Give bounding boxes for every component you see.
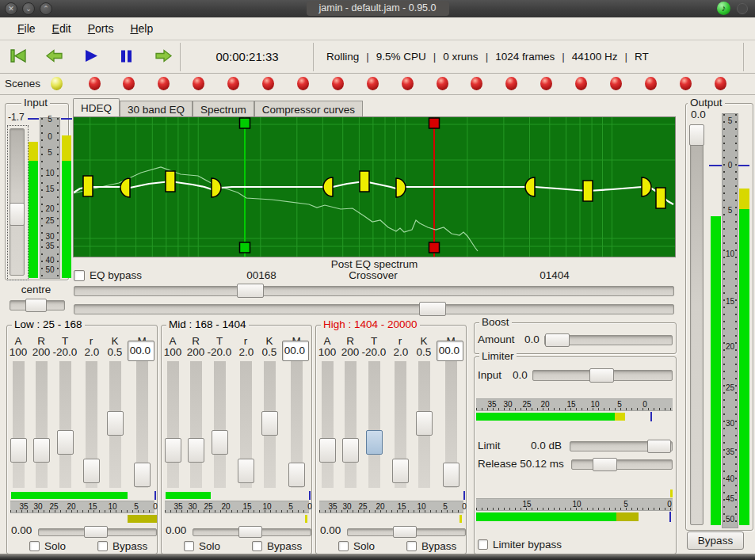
limiter-bypass-checkbox[interactable] — [478, 539, 488, 550]
band-slider-handle-K[interactable] — [261, 411, 278, 436]
band-slider-handle-r[interactable] — [83, 459, 100, 483]
scene-lamp[interactable] — [645, 77, 657, 90]
eq-band-handle[interactable] — [166, 171, 175, 192]
tab-compressor-curves[interactable]: Compressor curves — [254, 101, 363, 117]
crossover1-top-handle[interactable] — [240, 118, 250, 128]
eq-band-handle[interactable] — [83, 176, 93, 196]
eq-band-handle[interactable] — [583, 181, 593, 201]
hdeq-graph[interactable] — [73, 116, 676, 257]
band-slider-handle-K[interactable] — [416, 411, 433, 436]
band-slider-T[interactable] — [59, 361, 71, 488]
band-slider-R[interactable] — [190, 361, 202, 488]
makeup-gain-entry[interactable]: 00.0 — [282, 341, 309, 361]
scene-lamp[interactable] — [297, 77, 309, 90]
limiter-input-slider-handle[interactable] — [589, 368, 614, 383]
pause-button[interactable] — [117, 48, 136, 67]
scene-lamp[interactable] — [610, 77, 622, 90]
menu-ports[interactable]: Ports — [82, 20, 120, 37]
band-solo-checkbox[interactable] — [338, 541, 349, 551]
band-slider-handle-M[interactable] — [134, 463, 151, 487]
band-slider-R[interactable] — [36, 361, 48, 488]
band-slider-T[interactable] — [214, 361, 226, 488]
band-slider-handle-R[interactable] — [188, 438, 204, 463]
menu-edit[interactable]: Edit — [46, 20, 78, 37]
tab-hdeq[interactable]: HDEQ — [73, 98, 120, 117]
band-slider-handle-T[interactable] — [212, 430, 228, 455]
scene-lamp[interactable] — [367, 77, 379, 90]
scene-lamp[interactable] — [437, 77, 448, 90]
crossover2-top-handle[interactable] — [429, 118, 440, 128]
skip-to-start-button[interactable] — [9, 48, 28, 67]
band-slider-handle-K[interactable] — [107, 411, 124, 436]
scene-lamp[interactable] — [680, 77, 692, 90]
scene-lamp[interactable] — [89, 77, 101, 90]
band-slider-handle-M[interactable] — [288, 463, 305, 487]
band-bypass-checkbox[interactable] — [252, 541, 262, 551]
forward-button[interactable] — [154, 48, 173, 67]
band-solo-checkbox[interactable] — [184, 541, 194, 551]
band-slider-handle-r[interactable] — [238, 459, 254, 483]
band-slider-A[interactable] — [167, 361, 179, 488]
band-gain-slider-handle[interactable] — [238, 526, 262, 538]
band-slider-handle-A[interactable] — [319, 438, 336, 463]
scene-lamp[interactable] — [402, 77, 414, 90]
scene-lamp[interactable] — [540, 77, 552, 90]
eq-band-edge-handle[interactable] — [525, 177, 535, 196]
band-slider-handle-R[interactable] — [33, 438, 50, 463]
band-slider-handle-T[interactable] — [57, 430, 74, 455]
output-gain-fader-handle[interactable] — [689, 124, 704, 146]
limit-slider-handle[interactable] — [647, 440, 671, 453]
scene-lamp[interactable] — [193, 77, 204, 90]
close-window-icon[interactable]: ✕ — [5, 2, 17, 15]
shade-window-icon[interactable]: ⌄ — [22, 2, 35, 15]
band-slider-T[interactable] — [368, 361, 380, 488]
menu-file[interactable]: File — [11, 20, 42, 37]
release-slider[interactable] — [571, 459, 673, 470]
scene-lamp[interactable] — [262, 77, 274, 90]
band-slider-handle-A[interactable] — [165, 438, 181, 463]
input-gain-fader-handle[interactable] — [10, 203, 25, 226]
scene-lamp[interactable] — [227, 77, 239, 90]
maximize-window-icon[interactable]: ⌃ — [40, 2, 52, 15]
rewind-button[interactable] — [45, 48, 64, 67]
makeup-gain-entry[interactable]: 00.0 — [128, 341, 154, 361]
band-slider-R[interactable] — [345, 361, 357, 488]
band-solo-checkbox[interactable] — [29, 541, 40, 551]
eq-band-handle[interactable] — [360, 171, 369, 192]
crossover1-bottom-handle[interactable] — [240, 242, 250, 253]
output-gain-fader[interactable] — [690, 125, 704, 525]
eq-bypass-checkbox[interactable] — [74, 270, 85, 281]
release-slider-handle[interactable] — [593, 458, 617, 471]
eq-band-handle[interactable] — [656, 188, 665, 208]
scene-lamp[interactable] — [715, 77, 726, 90]
tab-spectrum[interactable]: Spectrum — [193, 101, 254, 117]
band-slider-handle-T[interactable] — [366, 430, 383, 455]
scene-lamp[interactable] — [575, 77, 587, 90]
output-bypass-button[interactable]: Bypass — [687, 531, 744, 550]
crossover1-slider[interactable] — [74, 286, 674, 296]
band-gain-slider-handle[interactable] — [393, 526, 417, 538]
play-button[interactable] — [82, 48, 101, 67]
band-bypass-checkbox[interactable] — [406, 541, 417, 551]
eq-band-edge-handle[interactable] — [212, 178, 221, 197]
crossover2-slider[interactable] — [74, 304, 674, 314]
tab-30-band-eq[interactable]: 30 band EQ — [120, 101, 193, 117]
band-slider-handle-A[interactable] — [10, 438, 27, 463]
makeup-gain-entry[interactable]: 00.0 — [437, 341, 463, 361]
crossover2-slider-handle[interactable] — [419, 302, 446, 316]
centre-slider-handle[interactable] — [25, 299, 47, 312]
band-slider-handle-R[interactable] — [342, 438, 359, 463]
eq-band-edge-handle[interactable] — [323, 177, 333, 196]
eq-band-edge-handle[interactable] — [642, 177, 651, 196]
band-slider-A[interactable] — [322, 361, 334, 488]
scene-lamp[interactable] — [332, 77, 344, 90]
scene-lamp-active[interactable] — [51, 77, 63, 90]
menu-help[interactable]: Help — [124, 20, 159, 37]
band-slider-A[interactable] — [13, 361, 25, 488]
band-slider-handle-M[interactable] — [443, 463, 459, 487]
eq-band-edge-handle[interactable] — [396, 178, 406, 197]
scene-lamp[interactable] — [158, 77, 170, 90]
crossover1-slider-handle[interactable] — [237, 284, 264, 298]
scene-lamp[interactable] — [471, 77, 482, 90]
input-gain-fader[interactable] — [10, 128, 25, 276]
